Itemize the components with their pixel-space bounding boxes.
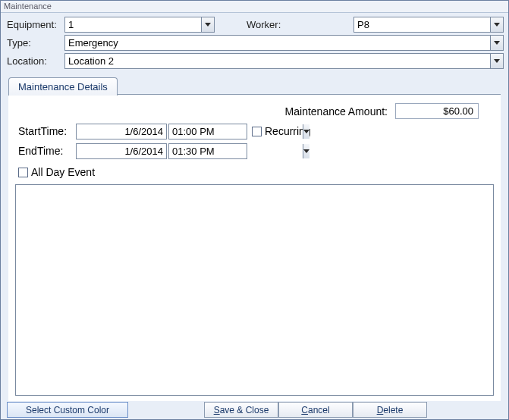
start-time-label: StartTime: <box>15 125 76 137</box>
worker-dropdown[interactable] <box>353 17 504 33</box>
equipment-dropdown[interactable] <box>64 17 215 33</box>
end-time-dropdown[interactable] <box>168 143 247 159</box>
worker-label: Worker: <box>245 19 298 30</box>
chevron-down-icon[interactable] <box>490 54 503 68</box>
start-date-input[interactable] <box>76 124 167 139</box>
location-dropdown[interactable] <box>64 53 504 69</box>
chevron-down-icon[interactable] <box>490 17 503 32</box>
chevron-down-icon[interactable] <box>490 36 503 50</box>
amount-input[interactable] <box>395 103 479 119</box>
worker-input[interactable] <box>354 17 490 32</box>
notes-textarea[interactable] <box>15 184 494 396</box>
chevron-down-icon[interactable] <box>201 17 214 32</box>
all-day-label: All Day Event <box>31 166 95 178</box>
select-custom-color-button[interactable]: Select Custom Color <box>7 402 128 418</box>
all-day-checkbox[interactable] <box>18 168 28 177</box>
amount-label: Maintenance Amount: <box>285 105 388 118</box>
cancel-button[interactable]: Cancel <box>278 402 353 418</box>
save-close-button[interactable]: Save & Close <box>204 402 278 418</box>
chevron-down-icon[interactable] <box>303 124 309 139</box>
window-title: Maintenance <box>1 1 508 13</box>
location-label: Location: <box>5 55 64 67</box>
footer-toolbar: Select Custom Color Save & Close Cancel … <box>1 401 508 419</box>
start-time-input[interactable] <box>169 124 303 139</box>
delete-button[interactable]: Delete <box>353 402 427 418</box>
tab-strip: Maintenance Details <box>8 77 501 95</box>
tab-content: Maintenance Amount: StartTime: Recurring… <box>8 95 501 401</box>
tab-maintenance-details[interactable]: Maintenance Details <box>8 77 118 96</box>
equipment-input[interactable] <box>65 17 201 32</box>
end-time-input[interactable] <box>169 144 303 158</box>
type-dropdown[interactable] <box>64 35 504 51</box>
type-input[interactable] <box>65 36 490 50</box>
type-label: Type: <box>5 37 64 49</box>
start-time-dropdown[interactable] <box>168 124 247 139</box>
end-date-input[interactable] <box>76 143 167 159</box>
chevron-down-icon[interactable] <box>303 144 309 158</box>
header-form: Equipment: Worker: Type: <box>1 13 508 72</box>
end-time-label: EndTime: <box>15 145 76 157</box>
location-input[interactable] <box>65 54 490 68</box>
equipment-label: Equipment: <box>5 19 64 30</box>
maintenance-window: Maintenance Equipment: Worker: Type: <box>0 0 509 420</box>
